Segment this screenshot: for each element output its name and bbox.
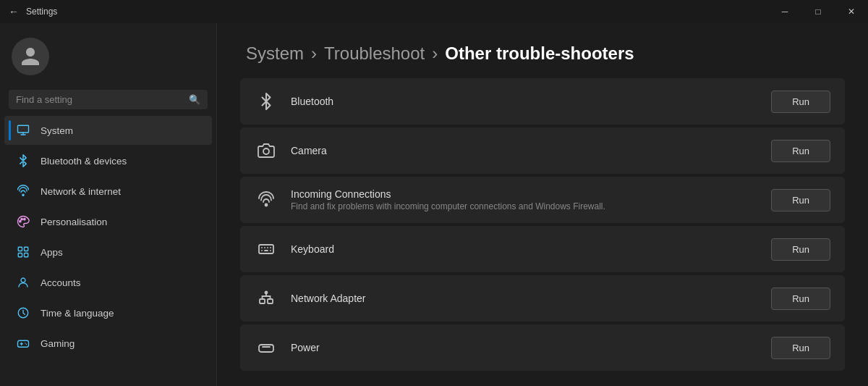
sidebar: 🔍 System Bluetooth & devices Network & i…: [0, 23, 217, 386]
keyboard-item-icon: [255, 238, 278, 261]
svg-point-2: [20, 221, 21, 222]
troubleshooter-camera-text: Camera: [291, 145, 758, 156]
network-icon: [16, 184, 30, 198]
search-icon: 🔍: [189, 94, 200, 105]
close-button[interactable]: ✕: [835, 0, 868, 23]
svg-rect-6: [25, 247, 28, 251]
incoming-item-icon: [255, 188, 278, 211]
svg-point-12: [263, 148, 269, 154]
run-keyboard-button[interactable]: Run: [771, 238, 830, 261]
troubleshooter-network-adapter-text: Network Adapter: [291, 293, 758, 304]
avatar: [12, 38, 49, 75]
troubleshooter-item-incoming: Incoming Connections Find and fix proble…: [240, 177, 845, 223]
sidebar-item-accounts[interactable]: Accounts: [4, 268, 212, 297]
svg-point-9: [21, 278, 25, 282]
troubleshooter-keyboard-text: Keyboard: [291, 243, 758, 255]
main-layout: 🔍 System Bluetooth & devices Network & i…: [0, 23, 868, 386]
breadcrumb: System › Troubleshoot › Other trouble-sh…: [217, 23, 868, 78]
troubleshooter-item-camera: Camera Run: [240, 127, 845, 174]
breadcrumb-sep-2: ›: [432, 43, 438, 64]
troubleshooter-item-bluetooth: Bluetooth Run: [240, 78, 845, 125]
breadcrumb-sep-1: ›: [311, 43, 317, 64]
sidebar-item-network-label: Network & internet: [41, 186, 121, 197]
troubleshooter-power-text: Power: [291, 342, 758, 353]
window-controls: ─ □ ✕: [768, 0, 868, 23]
troubleshooter-camera-name: Camera: [291, 145, 758, 156]
maximize-button[interactable]: □: [801, 0, 835, 23]
time-icon: [16, 306, 30, 320]
breadcrumb-system[interactable]: System: [246, 43, 304, 64]
svg-point-1: [22, 194, 24, 196]
minimize-button[interactable]: ─: [768, 0, 801, 23]
breadcrumb-troubleshoot[interactable]: Troubleshoot: [324, 43, 425, 64]
content-area: System › Troubleshoot › Other trouble-sh…: [217, 23, 868, 386]
troubleshooter-bluetooth-text: Bluetooth: [291, 96, 758, 107]
bluetooth-item-icon: [255, 90, 278, 113]
titlebar-title: Settings: [26, 7, 57, 17]
sidebar-item-accounts-label: Accounts: [41, 277, 81, 288]
sidebar-user: [0, 23, 216, 87]
svg-point-13: [265, 204, 268, 206]
sidebar-item-personalisation-label: Personalisation: [41, 217, 107, 227]
svg-rect-0: [18, 125, 29, 133]
camera-item-icon: [255, 139, 278, 162]
svg-point-17: [265, 292, 268, 294]
troubleshooter-incoming-text: Incoming Connections Find and fix proble…: [291, 188, 758, 211]
svg-rect-11: [18, 340, 29, 347]
troubleshooter-item-network-adapter: Network Adapter Run: [240, 275, 845, 322]
svg-rect-5: [18, 247, 22, 251]
troubleshooter-incoming-desc: Find and fix problems with incoming comp…: [291, 201, 758, 211]
sidebar-item-network[interactable]: Network & internet: [4, 177, 212, 206]
sidebar-item-gaming-label: Gaming: [41, 338, 75, 349]
troubleshooter-item-power: Power Run: [240, 324, 845, 371]
svg-rect-18: [259, 345, 273, 352]
troubleshooter-incoming-name: Incoming Connections: [291, 188, 758, 200]
sidebar-item-time[interactable]: Time & language: [4, 298, 212, 327]
sidebar-item-bluetooth[interactable]: Bluetooth & devices: [4, 146, 212, 175]
sidebar-item-apps[interactable]: Apps: [4, 238, 212, 267]
back-button[interactable]: ←: [9, 6, 19, 17]
svg-point-4: [24, 219, 25, 220]
run-power-button[interactable]: Run: [771, 337, 830, 359]
search-input[interactable]: [16, 94, 183, 105]
power-item-icon: [255, 336, 278, 359]
troubleshooter-network-adapter-name: Network Adapter: [291, 293, 758, 304]
troubleshooter-power-name: Power: [291, 342, 758, 353]
run-bluetooth-button[interactable]: Run: [771, 91, 830, 113]
run-camera-button[interactable]: Run: [771, 140, 830, 162]
run-incoming-button[interactable]: Run: [771, 189, 830, 211]
apps-icon: [16, 245, 30, 259]
sidebar-item-apps-label: Apps: [41, 247, 63, 258]
gaming-icon: [16, 336, 30, 351]
sidebar-item-system[interactable]: System: [4, 116, 212, 145]
sidebar-item-gaming[interactable]: Gaming: [4, 329, 212, 358]
run-network-adapter-button[interactable]: Run: [771, 288, 830, 310]
sidebar-item-bluetooth-label: Bluetooth & devices: [41, 156, 127, 167]
accounts-icon: [16, 275, 30, 290]
sidebar-item-personalisation[interactable]: Personalisation: [4, 207, 212, 236]
breadcrumb-current: Other trouble-shooters: [445, 43, 634, 64]
sidebar-item-system-label: System: [41, 125, 73, 136]
troubleshooter-keyboard-name: Keyboard: [291, 243, 758, 255]
svg-point-3: [21, 219, 22, 220]
troubleshooter-item-keyboard: Keyboard Run: [240, 226, 845, 272]
troubleshooter-bluetooth-name: Bluetooth: [291, 96, 758, 107]
paint-icon: [16, 214, 30, 229]
svg-rect-7: [18, 253, 22, 257]
titlebar: ← Settings ─ □ ✕: [0, 0, 868, 23]
troubleshooter-list: Bluetooth Run Camera Run I: [217, 78, 868, 386]
bluetooth-nav-icon: [16, 154, 30, 168]
svg-rect-14: [259, 245, 273, 253]
svg-rect-8: [25, 253, 28, 257]
search-bar[interactable]: 🔍: [9, 90, 208, 109]
sidebar-item-time-label: Time & language: [41, 308, 114, 319]
network-adapter-item-icon: [255, 287, 278, 310]
monitor-icon: [16, 123, 30, 138]
